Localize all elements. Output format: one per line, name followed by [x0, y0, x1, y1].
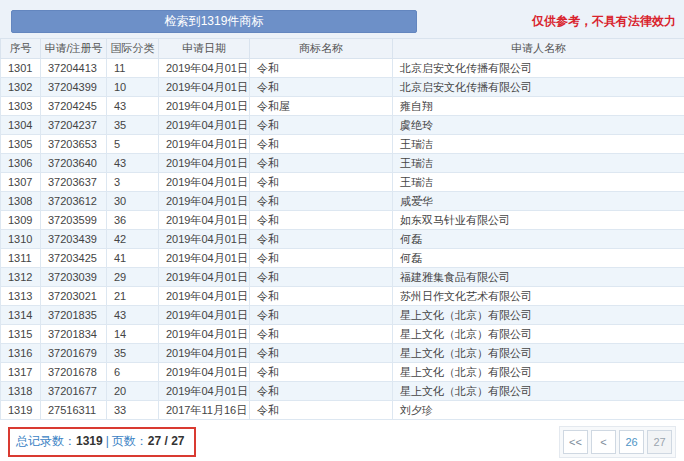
- trademark-name-link[interactable]: 令和: [250, 230, 393, 249]
- application-number-link[interactable]: 37203439: [41, 230, 107, 249]
- application-date-cell: 2019年04月01日: [159, 154, 250, 173]
- trademark-name-link[interactable]: 令和: [250, 382, 393, 401]
- applicant-name-cell: 福建雅集食品有限公司: [393, 268, 684, 287]
- table-header-row: 序号申请/注册号国际分类申请日期商标名称申请人名称: [1, 39, 684, 59]
- row-number-cell: 1318: [1, 382, 41, 401]
- table-row: 130937203599362019年04月01日令和如东双马针业有限公司: [1, 211, 684, 230]
- summary-separator: |: [103, 434, 112, 448]
- pagination-page-26-button[interactable]: 26: [619, 430, 644, 454]
- intl-class-cell: 43: [107, 154, 159, 173]
- row-number-cell: 1312: [1, 268, 41, 287]
- applicant-name-cell: 王瑞洁: [393, 173, 684, 192]
- applicant-name-cell: 王瑞洁: [393, 135, 684, 154]
- trademark-name-link[interactable]: 令和: [250, 154, 393, 173]
- trademark-results-table: 序号申请/注册号国际分类申请日期商标名称申请人名称 13013720441311…: [0, 38, 684, 420]
- applicant-name-cell: 星上文化（北京）有限公司: [393, 306, 684, 325]
- application-number-link[interactable]: 37204413: [41, 59, 107, 78]
- application-date-cell: 2019年04月01日: [159, 116, 250, 135]
- intl-class-cell: 29: [107, 268, 159, 287]
- page-count-label: 页数：: [112, 434, 148, 448]
- row-number-cell: 1317: [1, 363, 41, 382]
- intl-class-cell: 6: [107, 363, 159, 382]
- record-summary-annotation: 总记录数：1319|页数：27 / 27: [8, 427, 196, 457]
- intl-class-cell: 42: [107, 230, 159, 249]
- application-number-link[interactable]: 37201678: [41, 363, 107, 382]
- application-number-link[interactable]: 37203425: [41, 249, 107, 268]
- row-number-cell: 1319: [1, 401, 41, 420]
- table-row: 130337204245432019年04月01日令和屋雍自翔: [1, 97, 684, 116]
- application-date-cell: 2019年04月01日: [159, 97, 250, 116]
- intl-class-cell: 14: [107, 325, 159, 344]
- applicant-name-cell: 虞绝玲: [393, 116, 684, 135]
- table-row: 13173720167862019年04月01日令和星上文化（北京）有限公司: [1, 363, 684, 382]
- application-number-link[interactable]: 37203039: [41, 268, 107, 287]
- trademark-name-link[interactable]: 令和: [250, 344, 393, 363]
- application-date-cell: 2019年04月01日: [159, 344, 250, 363]
- column-header-3: 申请日期: [159, 39, 250, 59]
- results-table-body: 130137204413112019年04月01日令和北京启安文化传播有限公司1…: [1, 59, 684, 420]
- table-row: 131337203021212019年04月01日令和苏州日作文化艺术有限公司: [1, 287, 684, 306]
- trademark-name-link[interactable]: 令和屋: [250, 97, 393, 116]
- application-number-link[interactable]: 37204399: [41, 78, 107, 97]
- application-date-cell: 2019年04月01日: [159, 249, 250, 268]
- column-header-2: 国际分类: [107, 39, 159, 59]
- intl-class-cell: 41: [107, 249, 159, 268]
- trademark-name-link[interactable]: 令和: [250, 116, 393, 135]
- top-band: 检索到1319件商标 仅供参考，不具有法律效力: [0, 0, 684, 38]
- trademark-name-link[interactable]: 令和: [250, 173, 393, 192]
- application-number-link[interactable]: 37201677: [41, 382, 107, 401]
- row-number-cell: 1315: [1, 325, 41, 344]
- application-number-link[interactable]: 37203612: [41, 192, 107, 211]
- row-number-cell: 1313: [1, 287, 41, 306]
- application-number-link[interactable]: 37204245: [41, 97, 107, 116]
- trademark-name-link[interactable]: 令和: [250, 211, 393, 230]
- table-row: 131537201834142019年04月01日令和星上文化（北京）有限公司: [1, 325, 684, 344]
- table-row: 13073720363732019年04月01日令和王瑞洁: [1, 173, 684, 192]
- applicant-name-cell: 刘夕珍: [393, 401, 684, 420]
- pagination-page-27-button[interactable]: 27: [647, 430, 672, 454]
- trademark-name-link[interactable]: 令和: [250, 401, 393, 420]
- applicant-name-cell: 王瑞洁: [393, 154, 684, 173]
- intl-class-cell: 35: [107, 116, 159, 135]
- trademark-name-link[interactable]: 令和: [250, 192, 393, 211]
- applicant-name-cell: 北京启安文化传播有限公司: [393, 78, 684, 97]
- intl-class-cell: 43: [107, 306, 159, 325]
- application-number-link[interactable]: 37201834: [41, 325, 107, 344]
- page-count-value: 27 / 27: [148, 434, 185, 448]
- trademark-name-link[interactable]: 令和: [250, 268, 393, 287]
- application-number-link[interactable]: 37201679: [41, 344, 107, 363]
- trademark-name-link[interactable]: 令和: [250, 78, 393, 97]
- application-number-link[interactable]: 37203640: [41, 154, 107, 173]
- row-number-cell: 1309: [1, 211, 41, 230]
- trademark-name-link[interactable]: 令和: [250, 135, 393, 154]
- search-result-button[interactable]: 检索到1319件商标: [11, 10, 417, 33]
- application-number-link[interactable]: 37204237: [41, 116, 107, 135]
- applicant-name-cell: 何磊: [393, 249, 684, 268]
- application-number-link[interactable]: 37203599: [41, 211, 107, 230]
- application-date-cell: 2019年04月01日: [159, 287, 250, 306]
- applicant-name-cell: 星上文化（北京）有限公司: [393, 363, 684, 382]
- trademark-name-link[interactable]: 令和: [250, 249, 393, 268]
- application-number-link[interactable]: 37203021: [41, 287, 107, 306]
- column-header-1: 申请/注册号: [41, 39, 107, 59]
- application-number-link[interactable]: 37203637: [41, 173, 107, 192]
- trademark-name-link[interactable]: 令和: [250, 306, 393, 325]
- application-number-link[interactable]: 37201835: [41, 306, 107, 325]
- application-number-link[interactable]: 37203653: [41, 135, 107, 154]
- pagination-prev-button[interactable]: <: [591, 430, 616, 454]
- intl-class-cell: 36: [107, 211, 159, 230]
- application-date-cell: 2019年04月01日: [159, 230, 250, 249]
- applicant-name-cell: 星上文化（北京）有限公司: [393, 382, 684, 401]
- table-row: 130237204399102019年04月01日令和北京启安文化传播有限公司: [1, 78, 684, 97]
- application-date-cell: 2019年04月01日: [159, 363, 250, 382]
- applicant-name-cell: 北京启安文化传播有限公司: [393, 59, 684, 78]
- application-date-cell: 2019年04月01日: [159, 59, 250, 78]
- trademark-name-link[interactable]: 令和: [250, 363, 393, 382]
- trademark-name-link[interactable]: 令和: [250, 325, 393, 344]
- row-number-cell: 1306: [1, 154, 41, 173]
- application-number-link[interactable]: 27516311: [41, 401, 107, 420]
- trademark-name-link[interactable]: 令和: [250, 287, 393, 306]
- trademark-name-link[interactable]: 令和: [250, 59, 393, 78]
- applicant-name-cell: 星上文化（北京）有限公司: [393, 325, 684, 344]
- pagination-first-button[interactable]: <<: [563, 430, 588, 454]
